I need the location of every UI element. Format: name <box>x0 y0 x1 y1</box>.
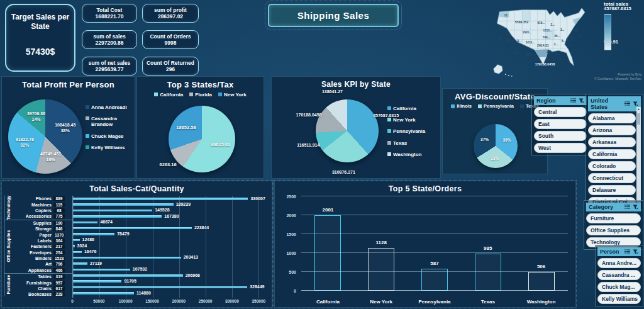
bar[interactable] <box>73 257 181 259</box>
multi-select-icon[interactable] <box>625 249 630 254</box>
bar[interactable] <box>73 215 162 218</box>
slicer-item-office-supplies[interactable]: Office Supplies <box>586 225 641 235</box>
multi-select-icon[interactable] <box>625 101 630 106</box>
column-bar[interactable] <box>421 269 448 291</box>
slicer-item-arizona[interactable]: Arizona <box>588 125 636 135</box>
hbar-x-axis: 0500001000001500002000002500003000003500… <box>72 298 267 305</box>
scroll-up-icon[interactable]: ▲ <box>637 107 640 111</box>
y-tick-label: 2000 <box>286 213 296 218</box>
slicer-item-east[interactable]: East <box>534 119 587 129</box>
bar-row: 223844 <box>73 225 267 231</box>
slicer-item-connecticut[interactable]: Connecticut <box>588 173 636 183</box>
bar[interactable] <box>73 239 80 242</box>
slicer-item-west[interactable]: West <box>534 143 587 153</box>
legend-item[interactable]: New York <box>218 92 247 98</box>
bar[interactable] <box>73 233 114 235</box>
map-state-label: 3... <box>575 28 579 31</box>
legend-item[interactable]: Pennsylvania <box>478 104 514 110</box>
y-tick-label: 1000 <box>286 251 296 256</box>
map-state-label: 5589.352 <box>515 20 529 24</box>
legend-item[interactable]: Kelly Williams <box>86 145 132 150</box>
pie-chart[interactable] <box>169 106 235 172</box>
pie-chart[interactable] <box>474 124 518 168</box>
pie-sales-kpi: 457687.6315310876.271116511.914170188.04… <box>316 99 379 162</box>
bar[interactable] <box>73 227 192 230</box>
slicer-item-arkansas[interactable]: Arkansas <box>588 137 636 147</box>
legend-item[interactable]: New York <box>387 117 438 123</box>
bar[interactable] <box>73 251 82 254</box>
pie-data-label: 36615.01 <box>211 142 230 147</box>
gridline <box>301 196 568 196</box>
bar[interactable] <box>73 269 130 271</box>
legend-item[interactable]: Florida <box>189 92 212 98</box>
bar[interactable] <box>73 210 152 212</box>
bar-row: 328449 <box>73 284 267 290</box>
clear-filter-icon[interactable] <box>579 98 584 103</box>
clear-filter-icon[interactable] <box>633 205 638 210</box>
kpi-card-label: Count of Orders <box>150 33 191 40</box>
scrollbar[interactable]: ▲▼ <box>636 107 641 206</box>
bar[interactable] <box>73 245 75 247</box>
legend-swatch <box>387 118 391 121</box>
legend-item[interactable]: Anna Andreadi <box>86 104 132 110</box>
bar[interactable] <box>73 222 97 224</box>
bar-value-label: 78479 <box>117 232 129 236</box>
legend-item[interactable]: Chuck Magee <box>86 133 132 139</box>
y-tick-label: 1500 <box>286 232 296 237</box>
slicer-item-south[interactable]: South <box>534 131 587 141</box>
slicer-item-delaware[interactable]: Delaware <box>588 185 636 195</box>
map-state-label: 13... <box>504 14 509 17</box>
map-state-label: 170188.0458 <box>535 62 555 66</box>
bar[interactable] <box>73 198 248 200</box>
slicer-item-kelly-williams[interactable]: Kelly Williams <box>597 294 641 304</box>
legend-item[interactable]: Texas <box>387 140 438 146</box>
slicer-item-alabama[interactable]: Alabama <box>588 113 636 123</box>
slicer-item-central[interactable]: Central <box>534 107 587 117</box>
slicer-item-furniture[interactable]: Furniture <box>586 213 641 223</box>
bar[interactable] <box>73 280 121 283</box>
map-state-label: 3... <box>560 28 564 31</box>
map-state-label: 16... <box>508 38 513 41</box>
bar[interactable] <box>73 203 174 206</box>
slicer-item-anna-andre[interactable]: Anna Andre... <box>597 258 641 268</box>
legend-swatch <box>218 93 222 96</box>
bar-row: 114880 <box>73 290 267 296</box>
bar-row: 149528 <box>73 208 267 213</box>
target-sales-title: Target Sales per State <box>10 13 70 31</box>
category-label: Storage <box>12 227 53 231</box>
column-bar[interactable] <box>368 248 394 291</box>
legend-item[interactable]: Pennsylvania <box>387 128 438 134</box>
legend-item[interactable]: Illinois <box>451 104 472 110</box>
legend-item[interactable]: California <box>387 106 438 111</box>
category-label: Envelopes <box>12 250 53 255</box>
legend-item[interactable]: Cassandra Brandow <box>86 116 132 127</box>
legend-item[interactable]: Washington <box>387 152 438 157</box>
slicer-item-colorado[interactable]: Colorado <box>588 161 636 171</box>
category-label: Accessories <box>12 214 53 218</box>
bar[interactable] <box>73 274 183 277</box>
column-bar[interactable] <box>528 272 555 291</box>
bar-value-label: 3024 <box>77 244 87 248</box>
slicer-item-cassandra[interactable]: Cassandra ... <box>597 270 641 280</box>
column-bar[interactable] <box>475 254 501 291</box>
bar[interactable] <box>73 262 87 265</box>
legend-item[interactable]: California <box>154 92 183 98</box>
kpi-card-label: Count Of Returned <box>147 60 194 66</box>
clear-filter-icon[interactable] <box>633 249 638 254</box>
slicer-title: Person <box>600 249 622 255</box>
legend-sales-kpi: CaliforniaNew YorkPennsylvaniaTexasWashi… <box>387 106 438 157</box>
map-state-label: 35... <box>515 52 521 55</box>
multi-select-icon[interactable] <box>625 205 630 210</box>
bar[interactable] <box>73 292 134 295</box>
slicer-item-chuck-mag[interactable]: Chuck Mag... <box>597 282 641 292</box>
us-map[interactable]: 13...174...4...5589.352919...2...1603...… <box>486 3 605 79</box>
panel-top5-state-orders: Top 5 State/Orders 05001000150020002500 … <box>274 181 576 308</box>
slicer-item-california[interactable]: California <box>588 149 636 159</box>
scrollbar-thumb[interactable] <box>637 113 640 125</box>
bar[interactable] <box>73 286 247 289</box>
pie-chart[interactable] <box>316 99 379 162</box>
bar-row-axis: Machines115 <box>4 201 72 207</box>
clear-filter-icon[interactable] <box>633 101 638 106</box>
multi-select-icon[interactable] <box>570 98 576 103</box>
bar-row: 203413 <box>73 255 267 261</box>
